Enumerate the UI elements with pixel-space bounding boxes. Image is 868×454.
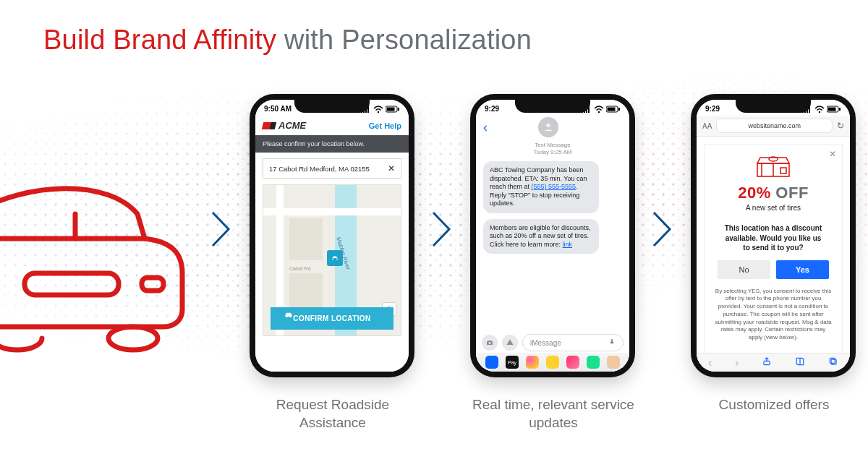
yes-button[interactable]: Yes [776,260,829,279]
marketing-slide: { "headline": { "red": "Build Brand Affi… [0,0,868,454]
address-input[interactable]: 17 Cabot Rd Medford, MA 02155 ✕ [263,158,401,179]
svg-rect-34 [830,358,835,363]
url-bar[interactable]: websitename.com [716,119,833,133]
svg-point-19 [546,124,550,127]
thread-type: Text Message [476,142,629,149]
safari-toolbar: ‹ › [697,353,850,372]
svg-point-15 [598,111,600,112]
car-illustration [0,152,217,369]
headline: Build Brand Affinity with Personalizatio… [43,25,532,56]
message-placeholder: iMessage [530,339,561,347]
close-icon[interactable]: ✕ [829,149,836,159]
instruction-banner: Please confirm your location below. [255,135,409,153]
storefront-icon [712,155,835,179]
offer-subtitle: A new set of tires [712,204,835,212]
offer-off: OFF [771,184,809,202]
phone-messages: 9:29 ‹ Text Message Today 9:25 AM ABC [470,94,635,377]
address-value: 17 Cabot Rd Medford, MA 02155 [269,165,370,173]
wifi-icon [594,106,604,113]
brand-logo: ACME [263,120,306,131]
headline-rest: with Personalization [276,25,532,55]
mic-icon[interactable] [608,338,616,348]
message-input[interactable]: iMessage [522,334,624,351]
svg-rect-29 [839,108,841,111]
svg-rect-9 [398,108,399,111]
wifi-icon [814,106,825,113]
brand-name: ACME [278,120,306,131]
bookmarks-icon[interactable] [795,356,805,369]
flow-arrow-1 [210,210,231,249]
battery-icon [606,106,621,113]
appstore-icon[interactable] [502,335,518,351]
svg-rect-17 [608,107,616,111]
dock-app-3[interactable] [526,356,539,369]
caption-phone2: Real time, relevant service updates [470,396,637,432]
dock-app-5[interactable] [566,356,579,369]
message-bubble-1: ABC Towing Company has been dispatched. … [483,161,599,213]
offer-title: 20% OFF [712,184,835,202]
back-icon[interactable]: ‹ [708,356,712,369]
car-icon [284,309,294,321]
headline-emphasis: Build Brand Affinity [43,25,276,55]
svg-rect-33 [831,359,836,364]
flow-arrow-2 [430,210,452,249]
confirm-location-button[interactable]: CONFIRM LOCATION [271,307,393,330]
svg-point-26 [819,111,820,112]
offer-link[interactable]: link [563,241,573,248]
battery-icon [386,106,400,113]
svg-rect-0 [25,273,119,295]
svg-point-20 [489,342,491,344]
svg-rect-18 [618,108,620,111]
battery-icon [827,106,841,113]
svg-rect-1 [142,278,163,291]
contact-avatar-icon[interactable] [538,117,558,137]
back-button[interactable]: ‹ [483,120,488,135]
message-bubble-2: Members are eligible for discounts, such… [483,219,599,254]
compose-bar: iMessage [476,334,629,351]
offer-question: This location has a discount available. … [722,223,825,253]
tabs-icon[interactable] [828,356,838,369]
thread-meta: Text Message Today 9:25 AM [476,142,629,155]
no-button[interactable]: No [718,260,770,279]
forward-icon[interactable]: › [735,356,739,369]
clear-icon[interactable]: ✕ [388,163,395,174]
dock-app-7[interactable] [607,356,620,369]
status-time: 9:50 AM [264,105,292,113]
share-icon[interactable] [762,356,772,369]
map-pin-icon[interactable] [327,250,343,266]
phone-link[interactable]: (555) 555-5555 [532,183,576,190]
svg-rect-28 [828,107,836,111]
dock-app-4[interactable] [546,356,559,369]
app-dock: Pay [476,353,629,372]
flow-arrow-3 [651,210,673,249]
dock-app-1[interactable] [485,356,498,369]
confirm-location-label: CONFIRM LOCATION [293,314,370,322]
brand-mark-icon [262,122,276,129]
map-view[interactable]: Cabot Rd Malden River CONFIRM LOCATION [263,184,401,336]
road-label: Cabot Rd [289,266,311,271]
legal-text: By selecting YES, you consent to receive… [712,288,835,343]
wifi-icon [373,106,383,113]
offer-card: ✕ 20% OFF A new set of tires This locati… [704,144,843,358]
get-help-link[interactable]: Get Help [369,121,401,130]
caption-phone3: Customized offers [691,396,857,414]
caption-phone1: Request Roadside Assistance [250,396,416,432]
camera-icon[interactable] [482,335,498,351]
status-time: 9:29 [705,105,720,113]
phone-offer: 9:29 AA websitename.com ↻ ✕ [691,94,856,377]
dock-app-pay[interactable]: Pay [506,356,519,369]
url-text: websitename.com [748,122,801,129]
status-time: 9:29 [485,105,499,113]
text-size-button[interactable]: AA [702,122,712,130]
dock-app-6[interactable] [587,356,600,369]
refresh-icon[interactable]: ↻ [837,121,844,131]
svg-point-6 [378,111,379,112]
phone-roadside: 9:50 AM ACME Get Help Please confirm you… [250,94,414,377]
svg-rect-8 [387,107,395,111]
thread-time: Today 9:25 AM [476,149,629,156]
offer-percent: 20% [738,184,771,202]
